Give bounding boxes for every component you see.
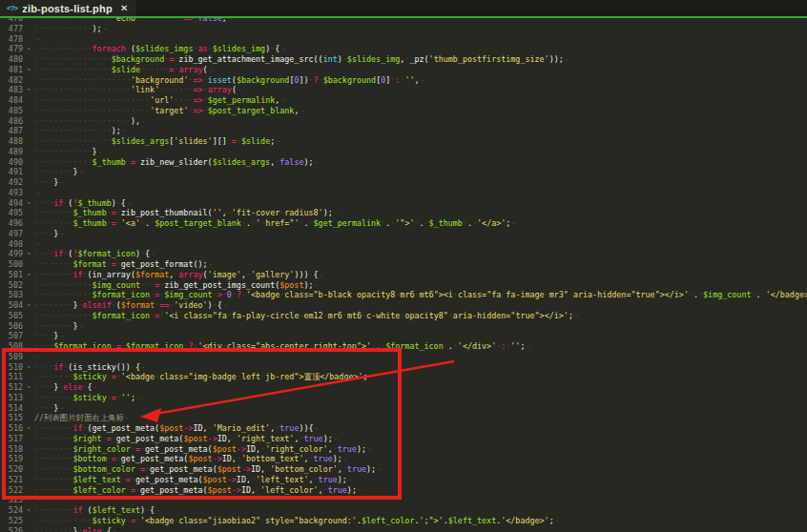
line-number: 522 (0, 485, 23, 496)
fold-arrow-icon[interactable]: ▾ (23, 382, 34, 393)
eol-marker: - (369, 372, 374, 381)
code-line[interactable]: 478- (0, 34, 807, 45)
tab-bar: <?> zib-posts-list.php ✕ (0, 0, 807, 16)
code-line[interactable]: 514····}- (0, 403, 807, 414)
fold-arrow-icon[interactable]: ▾ (23, 85, 34, 95)
tab-close-icon[interactable]: ✕ (120, 3, 128, 13)
code-editor-pane[interactable]: 476················'echo'·········=>·fal… (0, 18, 807, 532)
code-line[interactable]: 494▾····if·(!$_thumb)·{- (0, 198, 807, 209)
code-text: ················$slide······=·array(- (34, 65, 214, 74)
line-number: 481 (0, 65, 23, 75)
code-line[interactable]: 503············$format_icon·=·$img_count… (0, 290, 807, 300)
fold-arrow-icon[interactable]: ▾ (23, 505, 34, 516)
eol-marker: - (136, 393, 141, 402)
line-number: 497 (0, 229, 23, 239)
code-line[interactable]: 510▾····if·(is_sticky())·{- (0, 362, 807, 373)
tab-zib-posts-list[interactable]: <?> zib-posts-list.php ✕ (0, 0, 136, 16)
code-line[interactable]: 502············$img_count···=·zib_get_po… (0, 280, 807, 291)
line-number: 510 (0, 362, 23, 373)
code-line[interactable]: 522········$left_color·=·get_post_meta($… (0, 485, 807, 496)
fold-arrow-icon[interactable]: ▾ (23, 423, 34, 434)
fold-arrow-icon[interactable]: ▾ (23, 198, 34, 209)
code-line[interactable]: 498- (0, 239, 807, 250)
code-line[interactable]: 496········$_thumb·=·'<a'·.·$post_target… (0, 218, 807, 229)
code-line[interactable]: 481▾················$slide······=·array(… (0, 65, 807, 75)
code-line[interactable]: 512▾····}·else·{- (0, 382, 807, 393)
code-line[interactable]: 485························'target'·=>·$… (0, 106, 807, 116)
fold-arrow-icon[interactable]: ▾ (23, 249, 34, 259)
line-number: 509 (0, 352, 23, 362)
code-text: ················$slides_args['slides'][]… (34, 136, 280, 146)
code-line[interactable]: 492····}- (0, 177, 807, 188)
code-line[interactable]: 506········}- (0, 321, 807, 332)
code-line[interactable]: 508····$format_icon·=·$format_icon·?·'<d… (0, 341, 807, 352)
code-line[interactable]: 486····················),- (0, 116, 807, 127)
code-line[interactable]: 526········}·else·{- (0, 526, 807, 532)
code-line[interactable]: 523- (0, 495, 807, 505)
code-line[interactable]: 477············);- (0, 24, 807, 34)
code-text: ························'target'·=>·$pos… (34, 106, 305, 115)
eol-marker: - (315, 423, 320, 433)
code-line[interactable]: 520········$bottom_color·=·get_post_meta… (0, 464, 807, 475)
eol-marker: - (223, 300, 228, 310)
code-line[interactable]: 499▾····if·(!$format_icon)·{- (0, 249, 807, 259)
eol-marker: - (343, 454, 348, 463)
code-line[interactable]: 479▾············foreach·($slides_imgs·as… (0, 44, 807, 54)
code-text: ····}·else·{- (34, 382, 98, 392)
code-line[interactable]: 487················);- (0, 126, 807, 136)
fold-arrow-icon[interactable]: ▾ (23, 270, 34, 280)
code-line[interactable]: 493- (0, 188, 807, 198)
code-line[interactable]: 482····················'background'·=>·i… (0, 75, 807, 86)
code-line[interactable]: 509- (0, 352, 807, 362)
code-line[interactable]: 484························'url'····=>·$… (0, 95, 807, 106)
code-line[interactable]: 517········$right·=·get_post_meta($post-… (0, 434, 807, 444)
fold-arrow-icon[interactable]: ▾ (23, 44, 34, 54)
code-text: ············$sticky·=·'<badge·class="jia… (34, 516, 560, 525)
code-text: ····················'background'·=>·isse… (34, 75, 425, 85)
line-number: 484 (0, 95, 23, 106)
code-line[interactable]: 490············$_thumb·=·zib_new_slider(… (0, 157, 807, 168)
code-text: ····}- (34, 331, 64, 340)
line-number: 495 (0, 208, 23, 218)
code-text: ········$bottom_color·=·get_post_meta($p… (34, 464, 382, 474)
code-line[interactable]: 511········$sticky·=·'<badge·class="img-… (0, 372, 807, 382)
eol-marker: - (35, 495, 40, 504)
line-number: 478 (0, 34, 23, 45)
eol-marker: - (155, 505, 160, 515)
line-number: 512 (0, 382, 23, 393)
code-line[interactable]: 500········$format·=·get_post_format();- (0, 259, 807, 270)
eol-marker: - (209, 259, 214, 269)
fold-arrow-icon[interactable]: ▾ (23, 300, 34, 311)
eol-marker: - (300, 106, 304, 115)
code-text: ····if·(!$format_icon)·{- (34, 249, 155, 258)
code-line[interactable]: 507····}- (0, 331, 807, 341)
code-line[interactable]: 515//列表图片封面右上角标- (0, 413, 807, 423)
code-line[interactable]: 505············$format_icon·=·'<i·class=… (0, 311, 807, 321)
code-text: ············);- (34, 24, 108, 33)
fold-arrow-icon[interactable]: ▾ (23, 362, 34, 373)
code-line[interactable]: 483▾····················'link'·······=>·… (0, 85, 807, 95)
code-text: ············$_thumb·=·zib_new_slider($sl… (34, 157, 320, 167)
code-line[interactable]: 516▾········if·(get_post_meta($post->ID,… (0, 423, 807, 434)
code-line[interactable]: 518········$right_color·=·get_post_meta(… (0, 444, 807, 455)
code-line[interactable]: 524▾········if·($left_text)·{- (0, 505, 807, 516)
code-line[interactable]: 497····}- (0, 229, 807, 239)
code-text: ········}- (34, 321, 83, 331)
code-line[interactable]: 488················$slides_args['slides'… (0, 136, 807, 147)
code-line[interactable]: 521········$left_text·=·get_post_meta($p… (0, 475, 807, 485)
code-text: ········$sticky·=·'<badge·class="img-bad… (34, 372, 374, 381)
code-line[interactable]: 519········$bottom·=·get_post_meta($post… (0, 454, 807, 464)
line-number: 517 (0, 434, 23, 444)
eol-marker: - (367, 444, 372, 454)
code-line[interactable]: 491········}- (0, 167, 807, 177)
eol-marker: - (334, 208, 339, 217)
code-line[interactable]: 489············}- (0, 147, 807, 157)
fold-arrow-icon[interactable]: ▾ (23, 65, 34, 75)
code-line[interactable]: 501▾········if·(in_array($format,·array(… (0, 270, 807, 280)
code-line[interactable]: 495········$_thumb·=·zib_post_thumbnail(… (0, 208, 807, 218)
code-line[interactable]: 480················$background·=·zib_get… (0, 54, 807, 65)
code-line[interactable]: 525············$sticky·=·'<badge·class="… (0, 516, 807, 526)
code-line[interactable]: 513········$sticky·=·'';- (0, 393, 807, 403)
code-line[interactable]: 504▾········}·elseif·($format·==·'video'… (0, 300, 807, 311)
code-text: ········$_thumb·=·zib_post_thumbnail('',… (34, 208, 339, 217)
